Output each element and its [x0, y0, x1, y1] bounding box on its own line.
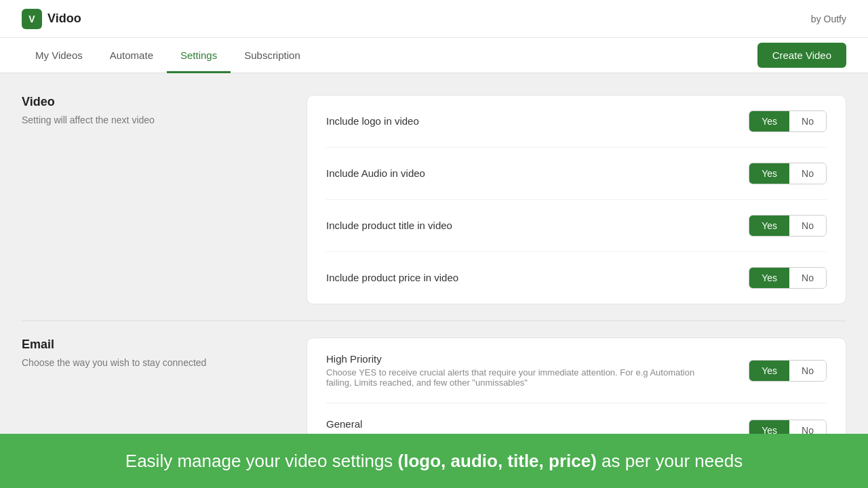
toggle-high-priority-yes[interactable]: Yes — [749, 361, 789, 381]
toggle-title: Yes No — [749, 215, 827, 237]
setting-row-title: Include product title in video Yes No — [326, 200, 827, 252]
toggle-general-no[interactable]: No — [789, 420, 826, 434]
setting-label-audio: Include Audio in video — [326, 167, 425, 179]
create-video-button[interactable]: Create Video — [757, 43, 846, 68]
setting-desc-high-priority: Choose YES to receive crucial alerts tha… — [326, 367, 706, 388]
toggle-price: Yes No — [749, 267, 827, 289]
email-section: Email Choose the way you wish to stay co… — [22, 338, 846, 434]
toggle-logo-no[interactable]: No — [789, 111, 826, 131]
setting-label-general: General — [326, 418, 749, 430]
logo-area: V Vidoo — [22, 9, 81, 29]
setting-row-audio: Include Audio in video Yes No — [326, 148, 827, 200]
setting-label-logo: Include logo in video — [326, 115, 419, 127]
nav-tabs: My Videos Automate Settings Subscription — [22, 38, 314, 73]
toggle-price-no[interactable]: No — [789, 268, 826, 288]
tab-settings[interactable]: Settings — [167, 39, 231, 73]
top-bar: V Vidoo by Outfy — [0, 0, 868, 38]
email-section-label: Email Choose the way you wish to stay co… — [22, 338, 307, 368]
setting-row-price: Include product price in video Yes No — [326, 252, 827, 304]
email-section-title: Email — [22, 338, 285, 352]
toggle-high-priority-no[interactable]: No — [789, 361, 826, 381]
setting-row-logo: Include logo in video Yes No — [326, 96, 827, 148]
toggle-price-yes[interactable]: Yes — [749, 268, 789, 288]
setting-row-high-priority: High Priority Choose YES to receive cruc… — [326, 338, 827, 403]
toggle-audio-no[interactable]: No — [789, 163, 826, 184]
toggle-general-yes[interactable]: Yes — [749, 420, 789, 434]
footer-text: Easily manage your video settings (logo,… — [125, 451, 743, 472]
nav-bar: My Videos Automate Settings Subscription… — [0, 38, 868, 73]
tab-my-videos[interactable]: My Videos — [22, 39, 96, 73]
by-outfy-label: by Outfy — [811, 14, 846, 24]
main-content: Video Setting will affect the next video… — [0, 73, 868, 434]
setting-label-high-priority: High Priority — [326, 353, 749, 365]
video-section-label: Video Setting will affect the next video — [22, 95, 307, 125]
logo-icon: V — [22, 9, 42, 29]
setting-label-price: Include product price in video — [326, 272, 458, 283]
tab-subscription[interactable]: Subscription — [231, 39, 314, 73]
toggle-audio: Yes No — [749, 163, 827, 184]
section-divider — [22, 321, 846, 321]
toggle-logo-yes[interactable]: Yes — [749, 111, 789, 131]
video-section-title: Video — [22, 95, 285, 109]
app-name: Vidoo — [47, 12, 81, 26]
tab-automate[interactable]: Automate — [96, 39, 167, 73]
toggle-title-yes[interactable]: Yes — [749, 216, 789, 236]
email-settings-card: High Priority Choose YES to receive cruc… — [307, 338, 846, 434]
toggle-title-no[interactable]: No — [789, 216, 826, 236]
video-section-subtitle: Setting will affect the next video — [22, 115, 285, 125]
toggle-audio-yes[interactable]: Yes — [749, 163, 789, 184]
setting-row-general: General Stay in the with emails about ro… — [326, 403, 827, 434]
email-section-subtitle: Choose the way you wish to stay connecte… — [22, 357, 285, 368]
video-section: Video Setting will affect the next video… — [22, 95, 846, 304]
toggle-general: Yes No — [749, 420, 827, 434]
setting-label-title: Include product title in video — [326, 220, 452, 231]
toggle-high-priority: Yes No — [749, 360, 827, 382]
footer: Easily manage your video settings (logo,… — [0, 434, 868, 488]
video-settings-card: Include logo in video Yes No Include Aud… — [307, 95, 846, 304]
toggle-logo: Yes No — [749, 110, 827, 132]
